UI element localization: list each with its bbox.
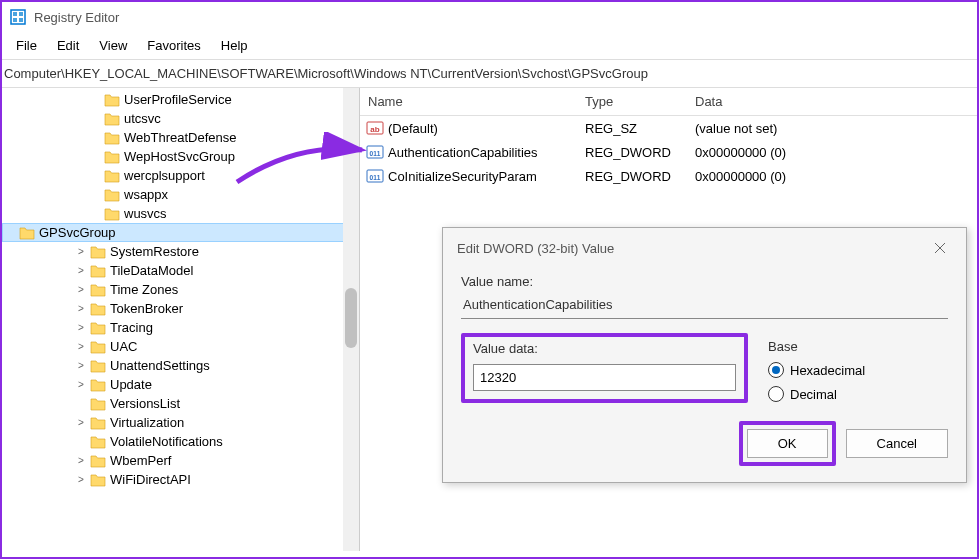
value-name-field: AuthenticationCapabilities [461,293,948,319]
tree-item-unattendsettings[interactable]: >UnattendSettings [2,356,359,375]
tree-item-uac[interactable]: >UAC [2,337,359,356]
dword-value-icon: 011 [366,167,384,185]
value-data-label: Value data: [473,341,736,356]
tree-item-wbemperf[interactable]: >WbemPerf [2,451,359,470]
base-label: Base [768,339,948,354]
ok-highlight: OK [739,421,836,466]
folder-icon [90,321,106,335]
svg-rect-4 [19,18,23,22]
expander-icon[interactable]: > [74,284,88,295]
expander-icon[interactable]: > [74,360,88,371]
tree-label: TokenBroker [110,301,183,316]
tree-label: UserProfileService [124,92,232,107]
menu-file[interactable]: File [8,36,45,55]
expander-icon[interactable]: > [74,246,88,257]
svg-text:ab: ab [370,125,379,134]
tree-item-tracing[interactable]: >Tracing [2,318,359,337]
folder-icon [90,397,106,411]
close-icon[interactable] [928,238,952,258]
svg-rect-2 [19,12,23,16]
registry-tree[interactable]: UserProfileServiceutcsvcWebThreatDefense… [2,88,359,491]
value-data-input[interactable] [473,364,736,391]
expander-icon[interactable]: > [74,322,88,333]
dialog-title-text: Edit DWORD (32-bit) Value [457,241,614,256]
value-data-group: Value data: [461,333,748,403]
tree-item-utcsvc[interactable]: utcsvc [2,109,359,128]
svg-rect-3 [13,18,17,22]
tree-label: utcsvc [124,111,161,126]
tree-item-volatilenotifications[interactable]: VolatileNotifications [2,432,359,451]
folder-icon [104,207,120,221]
radio-decimal[interactable]: Decimal [768,386,948,402]
folder-icon [90,302,106,316]
radio-hexadecimal[interactable]: Hexadecimal [768,362,948,378]
tree-label: WiFiDirectAPI [110,472,191,487]
value-type: REG_DWORD [585,145,695,160]
tree-panel: UserProfileServiceutcsvcWebThreatDefense… [2,88,360,551]
menu-help[interactable]: Help [213,36,256,55]
tree-label: TileDataModel [110,263,193,278]
tree-label: VolatileNotifications [110,434,223,449]
tree-label: wsappx [124,187,168,202]
expander-icon[interactable]: > [74,265,88,276]
expander-icon[interactable]: > [74,379,88,390]
cancel-button[interactable]: Cancel [846,429,948,458]
svg-rect-1 [13,12,17,16]
tree-item-webthreatdefense[interactable]: WebThreatDefense [2,128,359,147]
tree-item-wercplsupport[interactable]: wercplsupport [2,166,359,185]
value-name: AuthenticationCapabilities [388,145,538,160]
col-header-data[interactable]: Data [695,94,977,109]
value-row[interactable]: 011AuthenticationCapabilitiesREG_DWORD0x… [360,140,977,164]
expander-icon[interactable]: > [74,303,88,314]
dialog-titlebar[interactable]: Edit DWORD (32-bit) Value [443,228,966,268]
tree-item-wusvcs[interactable]: wusvcs [2,204,359,223]
folder-icon [104,150,120,164]
value-row[interactable]: ab(Default)REG_SZ(value not set) [360,116,977,140]
col-header-name[interactable]: Name [360,94,585,109]
tree-label: WebThreatDefense [124,130,237,145]
radio-circle-dec[interactable] [768,386,784,402]
menu-favorites[interactable]: Favorites [139,36,208,55]
tree-item-wephostsvcgroup[interactable]: WepHostSvcGroup [2,147,359,166]
tree-item-userprofileservice[interactable]: UserProfileService [2,90,359,109]
menu-edit[interactable]: Edit [49,36,87,55]
tree-item-tiledatamodel[interactable]: >TileDataModel [2,261,359,280]
ok-button[interactable]: OK [747,429,828,458]
tree-scrollbar[interactable] [343,88,359,551]
value-name: CoInitializeSecurityParam [388,169,537,184]
value-row[interactable]: 011CoInitializeSecurityParamREG_DWORD0x0… [360,164,977,188]
folder-icon [90,283,106,297]
tree-label: Tracing [110,320,153,335]
radio-circle-hex[interactable] [768,362,784,378]
tree-item-systemrestore[interactable]: >SystemRestore [2,242,359,261]
address-bar[interactable]: Computer\HKEY_LOCAL_MACHINE\SOFTWARE\Mic… [2,60,977,88]
tree-item-versionslist[interactable]: VersionsList [2,394,359,413]
tree-item-gpsvcgroup[interactable]: GPSvcGroup [2,223,359,242]
tree-item-wsappx[interactable]: wsappx [2,185,359,204]
tree-item-time-zones[interactable]: >Time Zones [2,280,359,299]
tree-label: wusvcs [124,206,167,221]
expander-icon[interactable]: > [74,474,88,485]
folder-icon [90,264,106,278]
expander-icon[interactable]: > [74,417,88,428]
folder-icon [104,112,120,126]
tree-item-virtualization[interactable]: >Virtualization [2,413,359,432]
expander-icon[interactable]: > [74,341,88,352]
scrollbar-thumb[interactable] [345,288,357,348]
folder-icon [90,416,106,430]
menu-view[interactable]: View [91,36,135,55]
value-data: 0x00000000 (0) [695,145,786,160]
tree-label: Update [110,377,152,392]
col-header-type[interactable]: Type [585,94,695,109]
value-type: REG_DWORD [585,169,695,184]
folder-icon [90,359,106,373]
hex-label: Hexadecimal [790,363,865,378]
folder-icon [90,378,106,392]
tree-label: UnattendSettings [110,358,210,373]
tree-item-wifidirectapi[interactable]: >WiFiDirectAPI [2,470,359,489]
tree-label: WepHostSvcGroup [124,149,235,164]
tree-label: VersionsList [110,396,180,411]
tree-item-tokenbroker[interactable]: >TokenBroker [2,299,359,318]
tree-item-update[interactable]: >Update [2,375,359,394]
expander-icon[interactable]: > [74,455,88,466]
